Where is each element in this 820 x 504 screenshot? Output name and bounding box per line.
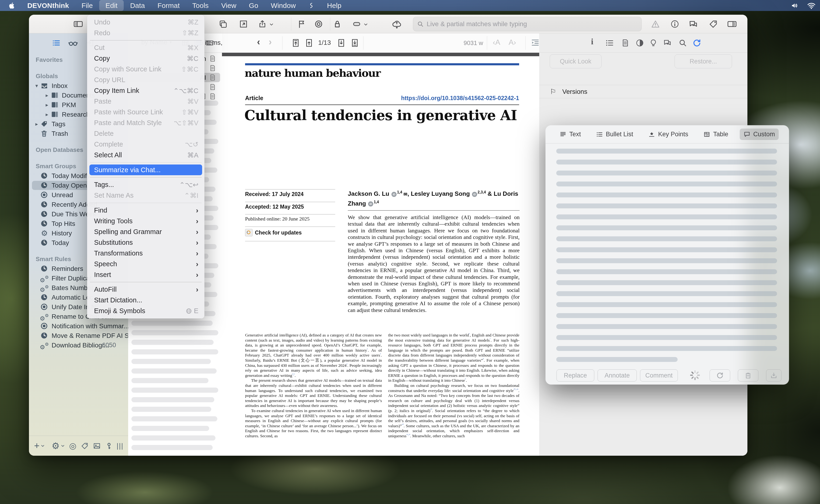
tag-icon[interactable] — [709, 19, 718, 29]
menu-item-autofill[interactable]: AutoFill› — [89, 284, 202, 295]
share-icon[interactable] — [258, 19, 267, 29]
add-icon[interactable]: + — [34, 441, 39, 451]
scripts-icon[interactable] — [302, 0, 321, 11]
forward-icon[interactable]: › — [269, 37, 272, 47]
search-tab-icon[interactable] — [678, 38, 687, 47]
menu-item-start-dictation[interactable]: Start Dictation... — [89, 295, 202, 306]
next-page-icon[interactable] — [336, 38, 346, 48]
increase-font-icon[interactable]: A› — [509, 38, 516, 47]
copy-result-button[interactable] — [738, 369, 758, 381]
versions-section-header[interactable]: ⚐ Versions — [539, 85, 747, 98]
redacted-list-row[interactable] — [131, 435, 215, 441]
content-tab-icon[interactable] — [621, 38, 630, 47]
warning-icon[interactable] — [651, 19, 660, 29]
menu-bar-item-file[interactable]: File — [75, 0, 99, 11]
back-icon[interactable]: ‹ — [257, 37, 260, 47]
redacted-list-row[interactable] — [131, 321, 213, 326]
menu-bar-item-window[interactable]: Window — [264, 0, 302, 11]
disclosure-closed-icon[interactable]: ▸ — [43, 92, 50, 98]
outdent-icon[interactable] — [531, 38, 540, 47]
redacted-list-row[interactable] — [131, 407, 211, 412]
key-icon[interactable] — [105, 442, 113, 450]
comment-button[interactable]: Comment — [640, 369, 678, 381]
menu-item-select-all[interactable]: Select All⌘A — [89, 150, 202, 161]
menu-bar-item-data[interactable]: Data — [124, 0, 151, 11]
label-icon[interactable] — [352, 19, 361, 29]
sidebar-toggle-icon[interactable] — [73, 19, 83, 29]
replace-button[interactable]: Replace — [557, 369, 594, 381]
redacted-list-row[interactable] — [131, 388, 218, 393]
summarize-tab-bullet-list[interactable]: Bullet List — [592, 129, 637, 140]
menu-item-substitutions[interactable]: Substitutions› — [89, 237, 202, 248]
summarize-tab-text[interactable]: Text — [556, 129, 585, 140]
action-chevron-icon[interactable] — [60, 444, 65, 448]
apple-menu[interactable] — [0, 0, 21, 11]
image-filter-icon[interactable] — [93, 442, 101, 450]
open-externally-icon[interactable] — [239, 19, 248, 29]
columns-view-icon[interactable] — [206, 39, 213, 47]
annotate-button[interactable]: Annotate — [598, 369, 637, 381]
menu-item-find[interactable]: Find› — [89, 205, 202, 216]
sidebar-item-notification-with-summar[interactable]: Notification with Summar... — [29, 321, 128, 331]
share-chevron-icon[interactable] — [269, 22, 274, 27]
menu-item-speech[interactable]: Speech› — [89, 259, 202, 269]
menu-bar-item-format[interactable]: Format — [151, 0, 186, 11]
redacted-list-row[interactable] — [131, 378, 208, 383]
menu-bar-item-tools[interactable]: Tools — [186, 0, 215, 11]
redacted-list-row[interactable] — [131, 349, 218, 354]
redacted-list-row[interactable] — [131, 340, 213, 345]
disclosure-closed-icon[interactable]: ▸ — [43, 102, 50, 108]
volume-icon[interactable] — [791, 1, 799, 10]
summarize-tab-table[interactable]: Table — [700, 129, 732, 140]
redacted-list-row[interactable] — [131, 445, 213, 450]
scope-icon[interactable]: ◎ — [69, 441, 76, 451]
suggestions-tab-icon[interactable] — [649, 38, 658, 47]
redacted-list-row[interactable] — [131, 368, 217, 374]
menu-bar-item-view[interactable]: View — [215, 0, 242, 11]
previous-page-icon[interactable] — [304, 38, 314, 48]
annotations-tab-icon[interactable] — [605, 38, 614, 47]
redacted-list-row[interactable] — [131, 359, 211, 364]
menu-item-emoji-symbols[interactable]: Emoji & SymbolsE — [89, 306, 202, 316]
add-chevron-icon[interactable] — [40, 444, 45, 448]
wifi-icon[interactable] — [807, 1, 816, 10]
lock-icon[interactable] — [332, 19, 342, 29]
sync-icon[interactable] — [392, 19, 402, 29]
chat-tab-icon[interactable] — [663, 38, 672, 47]
restore-button[interactable]: Restore... — [675, 54, 732, 68]
last-page-icon[interactable] — [350, 38, 360, 48]
menu-item-copy[interactable]: Copy⌘C — [89, 53, 202, 64]
glasses-icon[interactable] — [68, 38, 78, 48]
menu-bar-item-edit[interactable]: Edit — [99, 0, 124, 11]
tag-filter-icon[interactable] — [81, 442, 89, 450]
menu-app-name[interactable]: DEVONthink — [21, 0, 75, 11]
summarize-tab-key-points[interactable]: Key Points — [645, 129, 692, 140]
chat-icon[interactable] — [688, 19, 698, 29]
menu-item-spelling-and-grammar[interactable]: Spelling and Grammar› — [89, 226, 202, 237]
versions-tab-icon[interactable] — [692, 38, 701, 47]
quick-look-button[interactable]: Quick Look — [550, 54, 602, 68]
menu-item-copy-item-link[interactable]: Copy Item Link⌃⌥⌘C — [89, 85, 202, 96]
retry-button[interactable] — [710, 369, 730, 381]
menu-item-insert[interactable]: Insert› — [89, 269, 202, 280]
info-icon[interactable] — [670, 19, 680, 29]
first-page-icon[interactable] — [291, 38, 301, 48]
doi-link[interactable]: https://doi.org/10.1038/s41562-025-02242… — [401, 95, 519, 101]
decrease-font-icon[interactable]: ‹A — [493, 38, 500, 47]
menu-item-transformations[interactable]: Transformations› — [89, 248, 202, 259]
search-field[interactable] — [413, 17, 642, 31]
inspector-toggle-icon[interactable] — [727, 19, 737, 29]
menu-bar-item-help[interactable]: Help — [321, 0, 348, 11]
info-tab-icon[interactable]: i — [591, 37, 593, 46]
redacted-list-row[interactable] — [131, 330, 218, 335]
export-button[interactable] — [766, 369, 782, 381]
search-input[interactable] — [426, 20, 638, 28]
label-chevron-icon[interactable] — [363, 22, 368, 27]
disclosure-closed-icon[interactable]: ▸ — [43, 112, 50, 118]
duplicate-icon[interactable] — [219, 19, 228, 29]
mark-icon[interactable] — [314, 19, 323, 29]
summarize-tab-custom[interactable]: Custom — [740, 129, 779, 140]
concordance-tab-icon[interactable] — [635, 38, 644, 47]
action-gear-icon[interactable]: ⚙ — [52, 441, 59, 451]
menu-item-tags[interactable]: Tags...⌃⌥↩ — [89, 179, 202, 190]
